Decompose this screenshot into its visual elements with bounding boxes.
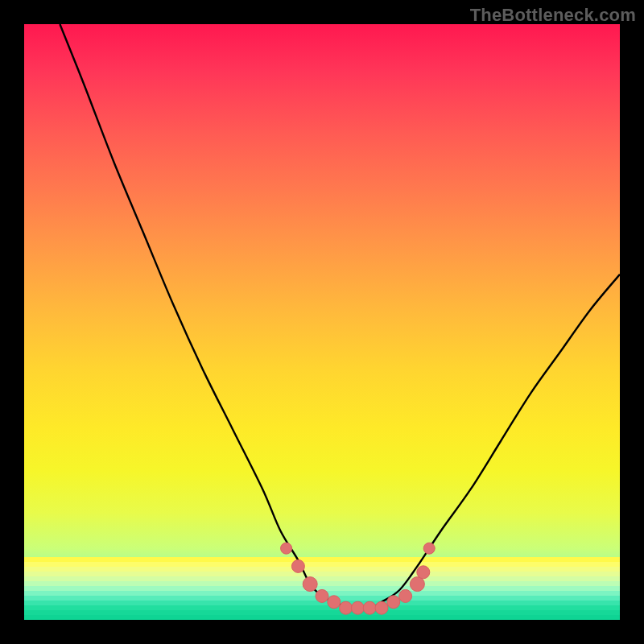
sweet-spot-bead <box>410 577 424 592</box>
sweet-spot-bead <box>281 543 292 554</box>
sweet-spot-bead <box>316 589 328 602</box>
sweet-spot-bead <box>417 566 430 579</box>
sweet-spot-bead <box>351 601 364 614</box>
curve-layer <box>24 24 620 620</box>
sweet-spot-bead <box>303 577 317 592</box>
sweet-spot-markers <box>281 543 436 614</box>
sweet-spot-bead <box>375 601 388 614</box>
sweet-spot-bead <box>387 596 400 609</box>
sweet-spot-bead <box>423 543 435 554</box>
sweet-spot-bead <box>363 601 376 614</box>
sweet-spot-bead <box>328 596 341 609</box>
gradient-plot-area <box>24 24 620 620</box>
sweet-spot-bead <box>340 601 353 614</box>
sweet-spot-bead <box>399 589 412 602</box>
outer-frame: TheBottleneck.com <box>0 0 644 644</box>
bottleneck-curve-path <box>60 24 620 609</box>
watermark-text: TheBottleneck.com <box>470 5 636 26</box>
sweet-spot-bead <box>291 559 304 572</box>
